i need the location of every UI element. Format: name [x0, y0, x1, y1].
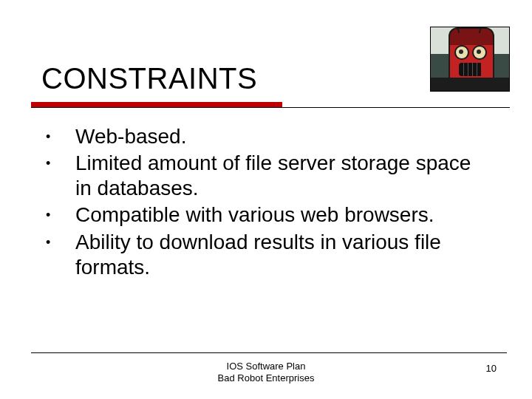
footer-line-1: IOS Software Plan [0, 361, 532, 372]
bullet-text: Web-based. [75, 124, 488, 149]
bullet-list: • Web-based. • Limited amount of file se… [41, 124, 488, 282]
bullet-text: Ability to download results in various f… [75, 230, 488, 280]
list-item: • Ability to download results in various… [41, 230, 488, 280]
bullet-text: Compatible with various web browsers. [75, 202, 488, 228]
slide-title: CONSTRAINTS [41, 62, 257, 95]
slide: CONSTRAINTS • Web-based. • Limited amoun… [0, 0, 532, 399]
bullet-icon: • [41, 202, 75, 228]
bullet-icon: • [41, 230, 75, 280]
bad-robot-image [430, 27, 510, 92]
bullet-icon: • [41, 124, 75, 149]
footer-rule [31, 352, 507, 353]
bullet-icon: • [41, 151, 75, 201]
list-item: • Web-based. [41, 124, 488, 149]
list-item: • Compatible with various web browsers. [41, 202, 488, 228]
page-number: 10 [486, 363, 497, 374]
footer: IOS Software Plan Bad Robot Enterprises [0, 361, 532, 385]
list-item: • Limited amount of file server storage … [41, 151, 488, 201]
bullet-text: Limited amount of file server storage sp… [75, 151, 488, 201]
footer-line-2: Bad Robot Enterprises [0, 372, 532, 384]
